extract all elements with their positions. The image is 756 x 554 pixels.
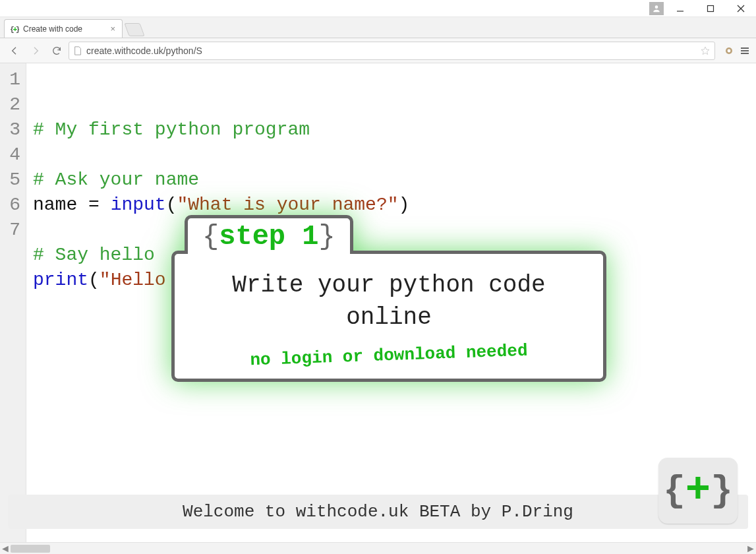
scroll-left-arrow[interactable]: ◄ bbox=[0, 543, 11, 554]
line-number: 1 bbox=[0, 67, 20, 92]
brace-close: } bbox=[318, 221, 335, 253]
close-window-button[interactable] bbox=[726, 0, 756, 17]
browser-toolbar: create.withcode.uk/python/S bbox=[0, 38, 756, 63]
code-line: name = input("What is your name?") bbox=[33, 195, 409, 215]
run-button[interactable]: {+} bbox=[658, 458, 738, 524]
editor-area: 1 2 3 4 5 6 7 # My first python program … bbox=[0, 63, 756, 542]
svg-rect-1 bbox=[708, 5, 714, 11]
browser-tab[interactable]: {+} Create with code × bbox=[4, 19, 123, 38]
account-icon[interactable] bbox=[649, 2, 664, 15]
current-line-highlight bbox=[0, 67, 756, 92]
new-tab-button[interactable] bbox=[124, 23, 144, 36]
favicon-icon: {+} bbox=[10, 24, 19, 34]
back-button[interactable] bbox=[5, 42, 24, 60]
code-comment: # Say hello bbox=[33, 245, 155, 265]
close-tab-icon[interactable]: × bbox=[110, 24, 115, 34]
line-number: 4 bbox=[0, 142, 20, 168]
svg-point-8 bbox=[728, 49, 731, 52]
code-comment: # Ask your name bbox=[33, 169, 199, 190]
scroll-thumb[interactable] bbox=[11, 545, 50, 553]
brace-open: { bbox=[202, 221, 219, 253]
scroll-right-arrow[interactable]: ► bbox=[745, 543, 756, 554]
step-label: step 1 bbox=[219, 221, 318, 253]
run-button-label: {+} bbox=[663, 470, 733, 512]
line-number: 3 bbox=[0, 117, 20, 142]
callout-sub-text: no login or download needed bbox=[193, 339, 585, 373]
line-number: 6 bbox=[0, 193, 20, 218]
callout-main-text: Write your python code online bbox=[193, 270, 585, 334]
bookmark-star-icon[interactable] bbox=[700, 46, 711, 56]
browser-tabstrip: {+} Create with code × bbox=[0, 17, 756, 38]
line-number: 2 bbox=[0, 92, 20, 117]
window-titlebar bbox=[0, 0, 756, 17]
line-number: 7 bbox=[0, 218, 20, 243]
extension-icon[interactable] bbox=[723, 45, 735, 57]
address-bar[interactable]: create.withcode.uk/python/S bbox=[69, 42, 715, 60]
reload-button[interactable] bbox=[47, 42, 66, 60]
tutorial-callout: {step 1} Write your python code online n… bbox=[171, 215, 606, 382]
url-text: create.withcode.uk/python/S bbox=[86, 46, 202, 56]
page-icon bbox=[73, 46, 82, 55]
callout-tab: {step 1} bbox=[185, 215, 353, 254]
code-comment: # My first python program bbox=[33, 119, 310, 140]
svg-text:}: } bbox=[16, 25, 19, 33]
brace-open: { bbox=[663, 470, 685, 512]
callout-body: Write your python code online no login o… bbox=[171, 251, 606, 382]
minimize-button[interactable] bbox=[665, 0, 695, 17]
tab-title: Create with code bbox=[23, 24, 82, 34]
forward-button[interactable] bbox=[26, 42, 45, 60]
line-gutter: 1 2 3 4 5 6 7 bbox=[0, 63, 26, 542]
maximize-button[interactable] bbox=[695, 0, 726, 17]
horizontal-scrollbar[interactable]: ◄ ► bbox=[0, 542, 756, 554]
menu-icon[interactable] bbox=[739, 45, 751, 57]
status-text: Welcome to withcode.uk BETA by P.Dring bbox=[183, 502, 573, 522]
brace-close: } bbox=[711, 470, 733, 512]
line-number: 5 bbox=[0, 168, 20, 193]
status-bar: Welcome to withcode.uk BETA by P.Dring bbox=[8, 495, 748, 529]
